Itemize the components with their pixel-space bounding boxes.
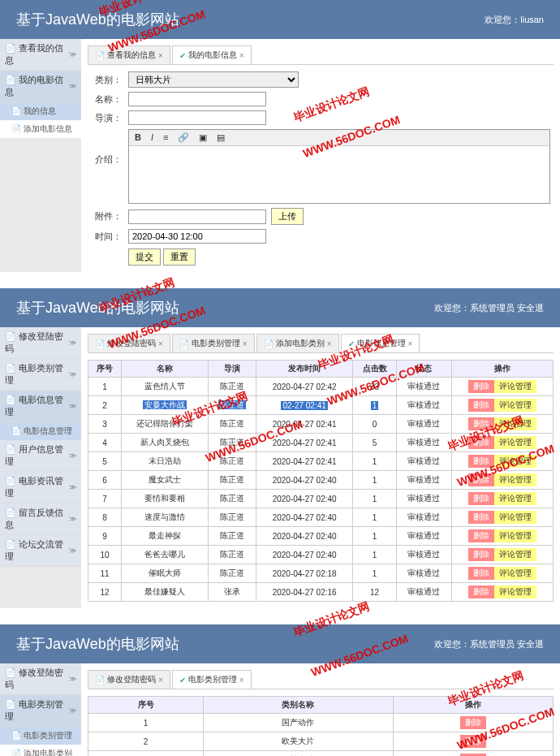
panel-user: 基于JavaWeb的电影网站 欢迎您：liusan 📄 查看我的信息≫📄 我的电… — [0, 0, 560, 272]
table-cell: 5 — [353, 434, 397, 452]
comment-button[interactable]: 评论管理 — [494, 529, 536, 542]
sidebar-item[interactable]: 📄 电影类别管理 — [0, 727, 81, 745]
tab[interactable]: ✔电影类别管理× — [172, 670, 252, 689]
reset-button[interactable]: 重置 — [163, 248, 196, 266]
ops-cell: 删除评论管理 — [451, 527, 554, 546]
table-cell: 审核通过 — [397, 434, 451, 452]
delete-button[interactable]: 删除 — [468, 436, 494, 449]
editor-textarea[interactable] — [129, 146, 549, 203]
table-cell: 4 — [88, 434, 122, 452]
close-icon[interactable]: × — [158, 51, 163, 60]
delete-button[interactable]: 删除 — [460, 735, 486, 748]
comment-button[interactable]: 评论管理 — [494, 492, 536, 505]
sidebar-item[interactable]: 📄 论坛交流管理≫ — [0, 535, 81, 567]
code-icon[interactable]: ▤ — [214, 132, 227, 144]
tab[interactable]: ✔电影信息管理× — [341, 334, 420, 352]
comment-button[interactable]: 评论管理 — [494, 585, 536, 598]
table-row: 5末日浩劫陈正道2020-04-27 02:411审核通过删除评论管理 — [88, 452, 554, 471]
delete-button[interactable]: 删除 — [468, 529, 494, 542]
close-icon[interactable]: × — [239, 51, 244, 60]
table-cell: 1 — [88, 714, 204, 732]
table-cell: 日韩大片 — [204, 751, 394, 757]
sidebar-item[interactable]: 📄 修改登陆密码≫ — [0, 663, 81, 695]
delete-button[interactable]: 删除 — [468, 567, 494, 580]
table-row: 6魔女武士陈正道2020-04-27 02:401审核通过删除评论管理 — [88, 471, 554, 490]
sidebar-item[interactable]: 📄 电影类别管理≫ — [0, 359, 81, 391]
ops-cell: 删除 — [393, 714, 553, 732]
delete-button[interactable]: 删除 — [468, 473, 494, 486]
sidebar-item[interactable]: 📄 电影信息管理 — [0, 422, 81, 440]
table-header: 点击数 — [353, 361, 397, 378]
close-icon[interactable]: × — [408, 339, 413, 348]
sidebar-item[interactable]: 📄 用户信息管理≫ — [0, 440, 81, 472]
chevron-icon: ≫ — [69, 515, 76, 523]
table-cell: 陈正道 — [208, 490, 256, 508]
sidebar-item[interactable]: 📄 添加电影类别 — [0, 745, 81, 756]
italic-icon[interactable]: I — [149, 132, 156, 144]
delete-button[interactable]: 删除 — [468, 492, 494, 505]
table-header: 发布时间 — [256, 361, 353, 378]
comment-button[interactable]: 评论管理 — [494, 473, 536, 486]
comment-button[interactable]: 评论管理 — [494, 399, 536, 412]
close-icon[interactable]: × — [243, 339, 248, 348]
table-cell: 还记得陪你打架 — [121, 415, 208, 434]
sidebar-item[interactable]: 📄 电影类别管理≫ — [0, 695, 81, 727]
bold-icon[interactable]: B — [132, 132, 144, 144]
rich-editor: B I ≡ 🔗 ▣ ▤ — [128, 129, 550, 204]
comment-button[interactable]: 评论管理 — [494, 567, 536, 580]
tab[interactable]: 📄修改登陆密码× — [88, 670, 170, 689]
sidebar-item[interactable]: 📄 查看我的信息≫ — [0, 39, 81, 71]
comment-button[interactable]: 评论管理 — [494, 380, 536, 393]
close-icon[interactable]: × — [327, 339, 332, 348]
delete-button[interactable]: 删除 — [468, 380, 494, 393]
delete-button[interactable]: 删除 — [468, 399, 494, 412]
name-input[interactable] — [128, 92, 266, 106]
image-icon[interactable]: ▣ — [196, 132, 209, 144]
table-cell: 审核通过 — [397, 415, 451, 434]
tab[interactable]: ✔我的电影信息× — [172, 45, 252, 64]
tab[interactable]: 📄添加电影类别× — [256, 334, 339, 352]
close-icon[interactable]: × — [239, 676, 244, 685]
close-icon[interactable]: × — [158, 676, 163, 685]
upload-button[interactable]: 上传 — [271, 208, 304, 225]
delete-button[interactable]: 删除 — [468, 548, 494, 561]
delete-button[interactable]: 删除 — [468, 417, 494, 430]
comment-button[interactable]: 评论管理 — [494, 417, 536, 430]
link-icon[interactable]: 🔗 — [175, 132, 192, 144]
table-cell: 2020-04-27 02:41 — [256, 452, 353, 471]
sidebar-item[interactable]: 📄 添加电影信息 — [0, 120, 81, 138]
table-cell: 1 — [353, 396, 397, 415]
list-icon[interactable]: ≡ — [161, 132, 170, 144]
tab-icon: 📄 — [95, 339, 105, 348]
sidebar-item[interactable]: 📄 电影信息管理≫ — [0, 391, 81, 422]
tab[interactable]: 📄电影类别管理× — [172, 334, 255, 352]
submit-button[interactable]: 提交 — [128, 248, 161, 266]
tab[interactable]: 📄查看我的信息× — [88, 45, 170, 64]
table-cell: 1 — [353, 452, 397, 471]
sidebar-item[interactable]: 📄 电影资讯管理≫ — [0, 472, 81, 503]
table-row: 2安曼大作战陈正道02-27 02:411审核通过删除评论管理 — [88, 396, 554, 415]
sidebar-item[interactable]: 📄 我的电影信息≫ — [0, 71, 81, 102]
table-cell: 2 — [88, 396, 122, 415]
comment-button[interactable]: 评论管理 — [494, 455, 536, 468]
director-input[interactable] — [128, 110, 266, 125]
attach-input[interactable] — [128, 210, 266, 224]
tab[interactable]: 📄修改登陆密码× — [88, 334, 170, 352]
delete-button[interactable]: 删除 — [468, 455, 494, 468]
type-select[interactable]: 日韩大片 — [128, 71, 299, 88]
table-row: 4新人肉叉烧包陈正道2020-04-27 02:415审核通过删除评论管理 — [88, 434, 554, 452]
time-input[interactable] — [128, 229, 266, 244]
delete-button[interactable]: 删除 — [460, 716, 486, 729]
delete-button[interactable]: 删除 — [468, 511, 494, 524]
attach-label: 附件： — [88, 210, 128, 222]
comment-button[interactable]: 评论管理 — [494, 548, 536, 561]
sidebar-item[interactable]: 📄 留言反馈信息≫ — [0, 503, 81, 535]
comment-button[interactable]: 评论管理 — [494, 436, 536, 449]
ops-cell: 删除评论管理 — [451, 490, 554, 508]
comment-button[interactable]: 评论管理 — [494, 511, 536, 524]
close-icon[interactable]: × — [158, 339, 163, 348]
delete-button[interactable]: 删除 — [468, 585, 494, 598]
sidebar-item[interactable]: 📄 我的信息 — [0, 102, 81, 120]
check-icon: ✔ — [179, 676, 186, 685]
sidebar-item[interactable]: 📄 修改登陆密码≫ — [0, 327, 81, 359]
